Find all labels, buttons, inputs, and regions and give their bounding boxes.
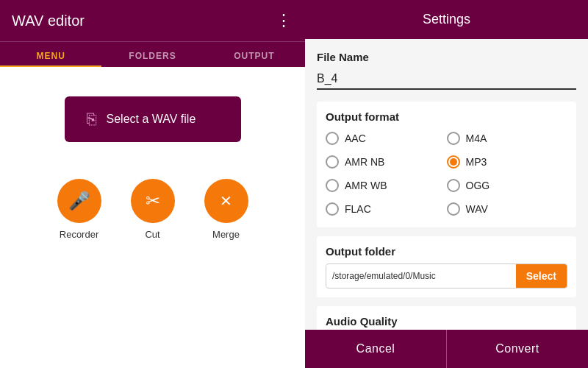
merge-action: ✕ Merge — [204, 179, 248, 240]
file-name-input[interactable] — [317, 69, 576, 90]
tab-output[interactable]: OUTPUT — [204, 42, 305, 67]
format-option-amrnb[interactable]: AMR NB — [326, 152, 447, 171]
format-option-m4a[interactable]: M4A — [447, 129, 568, 148]
tab-menu[interactable]: MENU — [0, 42, 101, 67]
format-label-flac: FLAC — [345, 203, 371, 215]
file-name-label: File Name — [317, 51, 576, 63]
audio-quality-section: Audio Quality Same — [317, 306, 576, 330]
radio-amrnb — [326, 155, 339, 169]
format-option-ogg[interactable]: OGG — [447, 176, 568, 195]
format-label-mp3: MP3 — [466, 156, 487, 168]
cut-button[interactable]: ✂ — [131, 179, 175, 223]
action-buttons: 🎤 Recorder ✂ Cut ✕ Merge — [57, 179, 248, 240]
merge-button[interactable]: ✕ — [204, 179, 248, 223]
select-wav-button[interactable]: ⎘ Select a WAV file — [65, 96, 241, 142]
format-option-aac[interactable]: AAC — [326, 129, 447, 148]
microphone-icon: 🎤 — [68, 191, 90, 211]
cut-action: ✂ Cut — [131, 179, 175, 240]
folder-input-row: Select — [326, 263, 567, 289]
radio-wav — [447, 202, 460, 216]
settings-footer: Cancel Convert — [305, 330, 588, 368]
left-panel: WAV editor ⋮ MENU FOLDERS OUTPUT ⎘ Selec… — [0, 0, 305, 368]
convert-button[interactable]: Convert — [447, 330, 588, 368]
radio-mp3-inner — [450, 158, 457, 166]
format-grid: AAC M4A AMR NB MP3 — [326, 129, 567, 219]
format-label-ogg: OGG — [466, 180, 490, 191]
recorder-button[interactable]: 🎤 — [57, 179, 101, 223]
cut-label: Cut — [145, 229, 159, 240]
app-title: WAV editor — [12, 13, 85, 29]
output-folder-section: Output folder Select — [317, 236, 576, 297]
output-folder-label: Output folder — [326, 245, 567, 258]
radio-mp3 — [447, 155, 460, 169]
recorder-action: 🎤 Recorder — [57, 179, 101, 240]
radio-aac — [326, 132, 339, 145]
output-format-label: Output format — [326, 110, 567, 123]
format-option-wav[interactable]: WAV — [447, 199, 568, 219]
merge-label: Merge — [212, 229, 240, 240]
settings-header: Settings — [305, 0, 588, 39]
tab-bar: MENU FOLDERS OUTPUT — [0, 41, 305, 67]
format-option-mp3[interactable]: MP3 — [447, 152, 568, 171]
main-content: ⎘ Select a WAV file 🎤 Recorder ✂ Cut ✕ M — [0, 67, 305, 368]
format-label-aac: AAC — [345, 132, 366, 144]
folder-path-input[interactable] — [326, 265, 516, 287]
radio-amrwb — [326, 179, 339, 192]
format-label-m4a: M4A — [466, 132, 487, 144]
app-bar: WAV editor ⋮ — [0, 0, 305, 41]
settings-content: File Name Output format AAC M4A — [305, 39, 588, 330]
format-label-amrnb: AMR NB — [345, 156, 384, 168]
recorder-label: Recorder — [60, 229, 98, 240]
settings-panel: Settings File Name Output format AAC M4A — [305, 0, 588, 368]
format-label-wav: WAV — [466, 203, 488, 215]
format-label-amrwb: AMR WB — [345, 180, 387, 191]
file-icon: ⎘ — [87, 110, 96, 129]
scissors-icon: ✂ — [146, 191, 160, 211]
format-option-flac[interactable]: FLAC — [326, 199, 447, 219]
tab-folders[interactable]: FOLDERS — [101, 42, 203, 67]
cancel-button[interactable]: Cancel — [305, 330, 447, 368]
radio-m4a — [447, 132, 460, 145]
format-option-amrwb[interactable]: AMR WB — [326, 176, 447, 195]
folder-select-button[interactable]: Select — [516, 264, 567, 288]
merge-icon: ✕ — [220, 192, 232, 210]
more-options-icon[interactable]: ⋮ — [276, 11, 293, 30]
radio-ogg — [447, 179, 460, 192]
radio-flac — [326, 202, 339, 216]
file-name-section: File Name — [317, 51, 576, 102]
output-format-section: Output format AAC M4A AMR NB — [317, 102, 576, 227]
audio-quality-label: Audio Quality — [326, 315, 567, 328]
